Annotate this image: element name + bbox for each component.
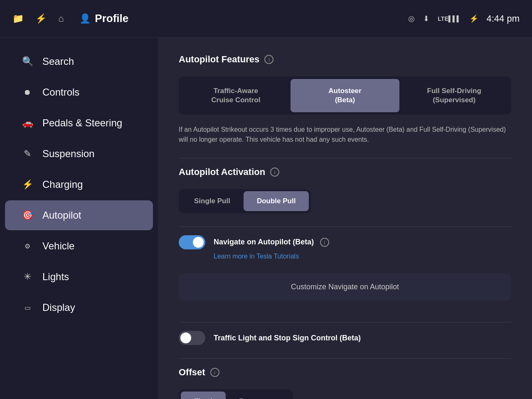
content-area: Autopilot Features i Traffic-AwareCruise… bbox=[158, 37, 532, 399]
main-layout: 🔍 Search ⏺ Controls 🚗 Pedals & Steering … bbox=[0, 37, 532, 399]
activation-tabs: Single Pull Double Pull bbox=[179, 189, 311, 213]
sidebar-label-suspension: Suspension bbox=[42, 148, 94, 160]
bluetooth-icon: ⚡ bbox=[469, 14, 478, 23]
navigate-autopilot-toggle-row: Navigate on Autopilot (Beta) i bbox=[179, 235, 511, 249]
autopilot-activation-section: Autopilot Activation i Single Pull Doubl… bbox=[179, 167, 511, 213]
sidebar-item-lights[interactable]: ✳ Lights bbox=[5, 262, 153, 292]
sidebar-item-search[interactable]: 🔍 Search bbox=[5, 47, 153, 76]
tab-fsd[interactable]: Full Self-Driving(Supervised) bbox=[399, 79, 509, 112]
autopilot-activation-title: Autopilot Activation bbox=[179, 167, 265, 177]
sidebar-label-controls: Controls bbox=[42, 86, 79, 98]
sidebar-item-controls[interactable]: ⏺ Controls bbox=[5, 77, 153, 107]
tab-single-pull[interactable]: Single Pull bbox=[181, 191, 244, 211]
camera-icon: ◎ bbox=[408, 14, 415, 23]
charging-icon: ⚡ bbox=[22, 179, 33, 190]
sidebar-label-vehicle: Vehicle bbox=[42, 240, 74, 252]
tab-fixed[interactable]: Fixed bbox=[181, 392, 226, 399]
profile-label: Profile bbox=[95, 12, 128, 25]
sidebar: 🔍 Search ⏺ Controls 🚗 Pedals & Steering … bbox=[0, 37, 158, 399]
navigate-autopilot-toggle[interactable] bbox=[179, 235, 205, 249]
autopilot-features-tabs: Traffic-AwareCruise Control Autosteer(Be… bbox=[179, 76, 511, 115]
folder-icon[interactable]: 📁 bbox=[12, 13, 24, 24]
time-display: 4:44 pm bbox=[487, 13, 520, 24]
traffic-light-toggle[interactable] bbox=[179, 331, 205, 345]
offset-tabs: Fixed Percentage bbox=[179, 389, 293, 399]
offset-header: Offset i bbox=[179, 367, 511, 378]
traffic-light-section: Traffic Light and Stop Sign Control (Bet… bbox=[179, 331, 511, 345]
traffic-light-row: Traffic Light and Stop Sign Control (Bet… bbox=[179, 331, 511, 345]
autopilot-activation-info-icon[interactable]: i bbox=[270, 167, 279, 177]
search-icon: 🔍 bbox=[22, 56, 33, 67]
tab-traffic-aware[interactable]: Traffic-AwareCruise Control bbox=[181, 79, 291, 112]
pedals-icon: 🚗 bbox=[22, 118, 33, 128]
sidebar-item-display[interactable]: ▭ Display bbox=[5, 293, 153, 323]
status-bar-left: 📁 ⚡ ⌂ 👤 Profile bbox=[12, 12, 408, 25]
offset-info-icon[interactable]: i bbox=[210, 368, 219, 377]
navigate-autopilot-label-group: Navigate on Autopilot (Beta) i bbox=[214, 238, 329, 247]
lightning-icon[interactable]: ⚡ bbox=[35, 13, 47, 24]
sidebar-item-charging[interactable]: ⚡ Charging bbox=[5, 170, 153, 200]
navigate-autopilot-title: Navigate on Autopilot (Beta) bbox=[214, 238, 314, 246]
navigate-autopilot-link[interactable]: Learn more in Tesla Tutorials bbox=[214, 253, 511, 260]
customize-navigate-button[interactable]: Customize Navigate on Autopilot bbox=[179, 273, 511, 300]
status-bar: 📁 ⚡ ⌂ 👤 Profile ◎ ⬇ LTE▌▌▌ ⚡ 4:44 pm bbox=[0, 0, 532, 37]
traffic-light-title: Traffic Light and Stop Sign Control (Bet… bbox=[214, 334, 361, 342]
autopilot-features-header: Autopilot Features i bbox=[179, 54, 511, 65]
tab-double-pull[interactable]: Double Pull bbox=[244, 191, 309, 211]
display-icon: ▭ bbox=[22, 304, 33, 312]
sidebar-label-lights: Lights bbox=[42, 271, 69, 283]
suspension-icon: ✎ bbox=[22, 148, 33, 159]
tab-autosteer[interactable]: Autosteer(Beta) bbox=[291, 79, 400, 112]
sidebar-label-autopilot: Autopilot bbox=[42, 209, 81, 221]
traffic-toggle-knob bbox=[180, 332, 191, 343]
controls-icon: ⏺ bbox=[22, 88, 33, 97]
sidebar-label-pedals: Pedals & Steering bbox=[42, 117, 122, 129]
profile-section[interactable]: 👤 Profile bbox=[79, 12, 128, 25]
sidebar-item-autopilot[interactable]: 🎯 Autopilot bbox=[5, 200, 153, 230]
autopilot-activation-header: Autopilot Activation i bbox=[179, 167, 511, 177]
lights-icon: ✳ bbox=[22, 271, 33, 282]
sidebar-item-suspension[interactable]: ✎ Suspension bbox=[5, 139, 153, 169]
autopilot-features-info-icon[interactable]: i bbox=[264, 55, 273, 64]
home-icon[interactable]: ⌂ bbox=[58, 13, 64, 24]
sidebar-item-vehicle[interactable]: ⚙ Vehicle bbox=[5, 231, 153, 261]
status-bar-right: ◎ ⬇ LTE▌▌▌ ⚡ 4:44 pm bbox=[408, 13, 520, 24]
sidebar-label-search: Search bbox=[42, 56, 74, 67]
navigate-on-autopilot-section: Navigate on Autopilot (Beta) i Learn mor… bbox=[179, 235, 511, 260]
autopilot-features-title: Autopilot Features bbox=[179, 54, 259, 65]
sidebar-label-charging: Charging bbox=[42, 179, 83, 190]
autopilot-warning-text: If an Autopilot Strikeout occurs 3 times… bbox=[179, 125, 511, 145]
offset-title: Offset bbox=[179, 367, 205, 378]
download-icon: ⬇ bbox=[423, 14, 429, 23]
tab-percentage[interactable]: Percentage bbox=[226, 392, 291, 399]
navigate-autopilot-info-icon[interactable]: i bbox=[320, 238, 329, 247]
vehicle-icon: ⚙ bbox=[22, 242, 33, 250]
sidebar-label-display: Display bbox=[42, 302, 75, 313]
autopilot-icon: 🎯 bbox=[22, 210, 33, 221]
sidebar-item-pedals[interactable]: 🚗 Pedals & Steering bbox=[5, 108, 153, 138]
offset-section: Offset i Fixed Percentage bbox=[179, 367, 511, 399]
lte-icon: LTE▌▌▌ bbox=[438, 15, 461, 22]
toggle-knob bbox=[193, 237, 204, 248]
profile-icon: 👤 bbox=[79, 13, 91, 24]
